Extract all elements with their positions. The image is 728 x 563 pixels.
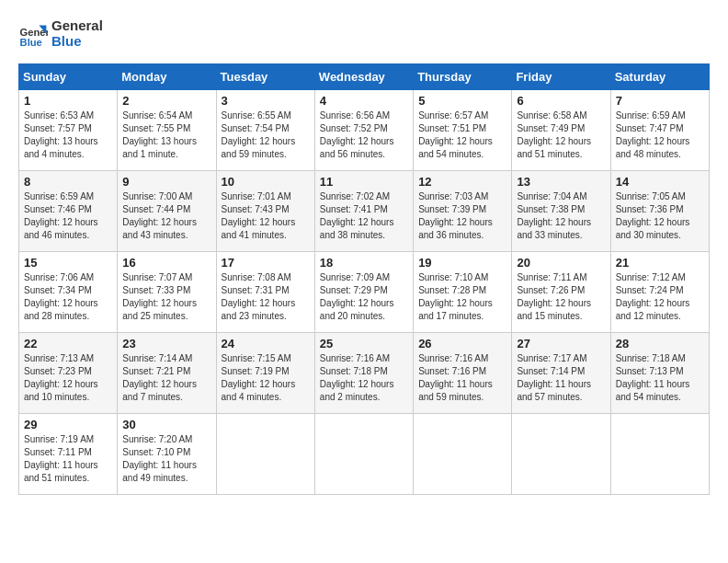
- svg-text:Blue: Blue: [20, 36, 42, 47]
- calendar-cell: 6 Sunrise: 6:58 AMSunset: 7:49 PMDayligh…: [512, 90, 610, 171]
- day-number: 1: [24, 94, 112, 108]
- calendar-cell: 13 Sunrise: 7:04 AMSunset: 7:38 PMDaylig…: [512, 171, 610, 252]
- calendar-cell: 15 Sunrise: 7:06 AMSunset: 7:34 PMDaylig…: [19, 252, 118, 333]
- day-info: Sunrise: 7:17 AMSunset: 7:14 PMDaylight:…: [517, 353, 591, 402]
- day-info: Sunrise: 7:10 AMSunset: 7:28 PMDaylight:…: [418, 272, 493, 321]
- day-info: Sunrise: 6:59 AMSunset: 7:46 PMDaylight:…: [24, 191, 98, 240]
- calendar-cell: 7 Sunrise: 6:59 AMSunset: 7:47 PMDayligh…: [610, 90, 709, 171]
- logo-icon: General Blue: [18, 19, 48, 49]
- day-info: Sunrise: 7:12 AMSunset: 7:24 PMDaylight:…: [616, 272, 690, 321]
- calendar-week-5: 29 Sunrise: 7:19 AMSunset: 7:11 PMDaylig…: [19, 414, 710, 495]
- day-info: Sunrise: 7:04 AMSunset: 7:38 PMDaylight:…: [517, 191, 591, 240]
- calendar-cell: 9 Sunrise: 7:00 AMSunset: 7:44 PMDayligh…: [118, 171, 216, 252]
- calendar-week-1: 1 Sunrise: 6:53 AMSunset: 7:57 PMDayligh…: [19, 90, 710, 171]
- day-number: 7: [616, 94, 704, 108]
- calendar-cell: [216, 414, 314, 495]
- day-number: 10: [222, 175, 310, 189]
- day-number: 21: [616, 256, 704, 270]
- calendar-cell: 20 Sunrise: 7:11 AMSunset: 7:26 PMDaylig…: [512, 252, 610, 333]
- day-number: 13: [517, 175, 605, 189]
- day-info: Sunrise: 6:55 AMSunset: 7:54 PMDaylight:…: [222, 110, 296, 159]
- day-number: 20: [517, 256, 605, 270]
- calendar-cell: 17 Sunrise: 7:08 AMSunset: 7:31 PMDaylig…: [216, 252, 314, 333]
- day-info: Sunrise: 7:14 AMSunset: 7:21 PMDaylight:…: [122, 353, 197, 402]
- day-number: 28: [616, 337, 704, 350]
- day-number: 27: [517, 337, 605, 350]
- day-number: 5: [418, 94, 506, 108]
- weekday-header-sunday: Sunday: [19, 64, 118, 90]
- day-number: 26: [418, 337, 506, 350]
- calendar-cell: 30 Sunrise: 7:20 AMSunset: 7:10 PMDaylig…: [118, 414, 216, 495]
- calendar-cell: 14 Sunrise: 7:05 AMSunset: 7:36 PMDaylig…: [610, 171, 709, 252]
- day-number: 2: [122, 94, 210, 108]
- day-number: 3: [222, 94, 310, 108]
- calendar-cell: 8 Sunrise: 6:59 AMSunset: 7:46 PMDayligh…: [19, 171, 118, 252]
- logo: General Blue General Blue: [18, 18, 103, 49]
- calendar-week-4: 22 Sunrise: 7:13 AMSunset: 7:23 PMDaylig…: [19, 333, 710, 414]
- weekday-header-saturday: Saturday: [610, 64, 709, 90]
- day-info: Sunrise: 7:13 AMSunset: 7:23 PMDaylight:…: [24, 353, 98, 402]
- day-number: 19: [418, 256, 506, 270]
- day-info: Sunrise: 7:16 AMSunset: 7:16 PMDaylight:…: [418, 353, 493, 402]
- day-info: Sunrise: 6:53 AMSunset: 7:57 PMDaylight:…: [24, 110, 98, 159]
- day-info: Sunrise: 7:00 AMSunset: 7:44 PMDaylight:…: [122, 191, 197, 240]
- calendar-cell: [512, 414, 610, 495]
- day-info: Sunrise: 7:07 AMSunset: 7:33 PMDaylight:…: [122, 272, 197, 321]
- calendar-cell: 22 Sunrise: 7:13 AMSunset: 7:23 PMDaylig…: [19, 333, 118, 414]
- day-number: 30: [122, 418, 210, 431]
- calendar-table: SundayMondayTuesdayWednesdayThursdayFrid…: [18, 63, 710, 495]
- calendar-cell: 27 Sunrise: 7:17 AMSunset: 7:14 PMDaylig…: [512, 333, 610, 414]
- logo-line1: General: [51, 18, 103, 34]
- calendar-week-2: 8 Sunrise: 6:59 AMSunset: 7:46 PMDayligh…: [19, 171, 710, 252]
- day-info: Sunrise: 7:11 AMSunset: 7:26 PMDaylight:…: [517, 272, 591, 321]
- calendar-cell: 2 Sunrise: 6:54 AMSunset: 7:55 PMDayligh…: [118, 90, 216, 171]
- day-info: Sunrise: 6:56 AMSunset: 7:52 PMDaylight:…: [320, 110, 394, 159]
- day-number: 29: [24, 418, 112, 431]
- calendar-cell: 4 Sunrise: 6:56 AMSunset: 7:52 PMDayligh…: [314, 90, 413, 171]
- day-info: Sunrise: 6:58 AMSunset: 7:49 PMDaylight:…: [517, 110, 591, 159]
- day-number: 4: [320, 94, 408, 108]
- day-number: 11: [320, 175, 408, 189]
- day-number: 14: [616, 175, 704, 189]
- day-info: Sunrise: 7:09 AMSunset: 7:29 PMDaylight:…: [320, 272, 394, 321]
- day-info: Sunrise: 6:59 AMSunset: 7:47 PMDaylight:…: [616, 110, 690, 159]
- day-info: Sunrise: 7:06 AMSunset: 7:34 PMDaylight:…: [24, 272, 98, 321]
- calendar-cell: 16 Sunrise: 7:07 AMSunset: 7:33 PMDaylig…: [118, 252, 216, 333]
- day-number: 25: [320, 337, 408, 350]
- calendar-cell: 29 Sunrise: 7:19 AMSunset: 7:11 PMDaylig…: [19, 414, 118, 495]
- calendar-cell: 18 Sunrise: 7:09 AMSunset: 7:29 PMDaylig…: [314, 252, 413, 333]
- day-info: Sunrise: 7:18 AMSunset: 7:13 PMDaylight:…: [616, 353, 690, 402]
- day-info: Sunrise: 7:19 AMSunset: 7:11 PMDaylight:…: [24, 434, 98, 483]
- calendar-cell: 3 Sunrise: 6:55 AMSunset: 7:54 PMDayligh…: [216, 90, 314, 171]
- calendar-cell: 10 Sunrise: 7:01 AMSunset: 7:43 PMDaylig…: [216, 171, 314, 252]
- day-number: 18: [320, 256, 408, 270]
- weekday-header-wednesday: Wednesday: [314, 64, 413, 90]
- calendar-cell: 23 Sunrise: 7:14 AMSunset: 7:21 PMDaylig…: [118, 333, 216, 414]
- calendar-cell: 25 Sunrise: 7:16 AMSunset: 7:18 PMDaylig…: [314, 333, 413, 414]
- calendar-cell: 21 Sunrise: 7:12 AMSunset: 7:24 PMDaylig…: [610, 252, 709, 333]
- day-info: Sunrise: 7:15 AMSunset: 7:19 PMDaylight:…: [222, 353, 296, 402]
- day-number: 17: [222, 256, 310, 270]
- day-info: Sunrise: 7:02 AMSunset: 7:41 PMDaylight:…: [320, 191, 394, 240]
- day-number: 6: [517, 94, 605, 108]
- day-info: Sunrise: 7:01 AMSunset: 7:43 PMDaylight:…: [222, 191, 296, 240]
- weekday-header-tuesday: Tuesday: [216, 64, 314, 90]
- calendar-cell: 11 Sunrise: 7:02 AMSunset: 7:41 PMDaylig…: [314, 171, 413, 252]
- page-header: General Blue General Blue: [18, 18, 710, 49]
- logo-line2: Blue: [51, 34, 103, 50]
- day-number: 16: [122, 256, 210, 270]
- calendar-cell: 26 Sunrise: 7:16 AMSunset: 7:16 PMDaylig…: [414, 333, 512, 414]
- day-number: 12: [418, 175, 506, 189]
- weekday-header-friday: Friday: [512, 64, 610, 90]
- calendar-cell: [414, 414, 512, 495]
- calendar-cell: [314, 414, 413, 495]
- day-info: Sunrise: 7:16 AMSunset: 7:18 PMDaylight:…: [320, 353, 394, 402]
- calendar-week-3: 15 Sunrise: 7:06 AMSunset: 7:34 PMDaylig…: [19, 252, 710, 333]
- day-info: Sunrise: 7:03 AMSunset: 7:39 PMDaylight:…: [418, 191, 493, 240]
- calendar-cell: 28 Sunrise: 7:18 AMSunset: 7:13 PMDaylig…: [610, 333, 709, 414]
- day-info: Sunrise: 7:05 AMSunset: 7:36 PMDaylight:…: [616, 191, 690, 240]
- day-info: Sunrise: 6:54 AMSunset: 7:55 PMDaylight:…: [122, 110, 197, 159]
- weekday-header-monday: Monday: [118, 64, 216, 90]
- calendar-cell: [610, 414, 709, 495]
- calendar-cell: 12 Sunrise: 7:03 AMSunset: 7:39 PMDaylig…: [414, 171, 512, 252]
